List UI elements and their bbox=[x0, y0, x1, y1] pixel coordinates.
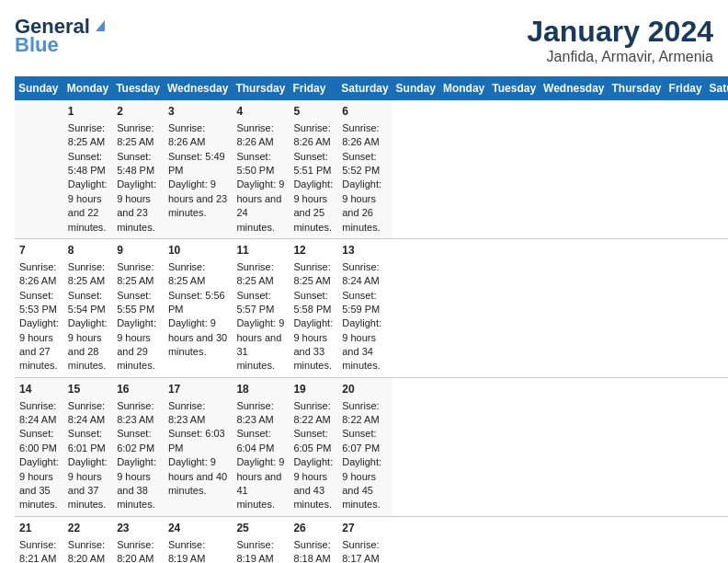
logo-blue-text: Blue bbox=[15, 33, 59, 57]
logo-icon bbox=[92, 17, 108, 33]
day-number: 3 bbox=[168, 104, 227, 120]
sunset-text: Sunset: 6:05 PM bbox=[293, 428, 331, 453]
sunset-text: Sunset: 6:02 PM bbox=[117, 428, 154, 453]
sunrise-text: Sunrise: 8:25 AM bbox=[293, 261, 330, 286]
daylight-text: Daylight: 9 hours and 27 minutes. bbox=[19, 317, 59, 371]
sunrise-text: Sunrise: 8:26 AM bbox=[168, 122, 205, 147]
day-number: 22 bbox=[68, 521, 108, 536]
sunset-text: Sunset: 5:51 PM bbox=[293, 151, 331, 176]
sunrise-text: Sunrise: 8:24 AM bbox=[19, 400, 56, 425]
day-of-week-header: Saturday bbox=[337, 76, 392, 100]
day-of-week-header: Thursday bbox=[609, 76, 665, 100]
daylight-text: Daylight: 9 hours and 31 minutes. bbox=[236, 317, 284, 371]
calendar-cell: 3 Sunrise: 8:26 AM Sunset: 5:49 PM Dayli… bbox=[164, 100, 232, 238]
day-of-week-header: Tuesday bbox=[112, 76, 164, 100]
day-number: 14 bbox=[19, 382, 59, 397]
sunset-text: Sunset: 6:04 PM bbox=[236, 428, 274, 453]
calendar-cell: 22 Sunrise: 8:20 AM Sunset: 6:09 PM Dayl… bbox=[63, 516, 112, 563]
calendar-cell: 6 Sunrise: 8:26 AM Sunset: 5:52 PM Dayli… bbox=[337, 100, 392, 238]
day-number: 6 bbox=[342, 104, 387, 120]
svg-marker-0 bbox=[96, 20, 105, 31]
page-subtitle: Janfida, Armavir, Armenia bbox=[527, 49, 713, 65]
calendar-cell: 23 Sunrise: 8:20 AM Sunset: 6:10 PM Dayl… bbox=[112, 516, 164, 563]
day-number: 4 bbox=[236, 104, 284, 120]
day-number: 10 bbox=[168, 243, 227, 259]
sunrise-text: Sunrise: 8:25 AM bbox=[68, 122, 105, 147]
calendar-cell: 27 Sunrise: 8:17 AM Sunset: 6:15 PM Dayl… bbox=[337, 516, 392, 563]
calendar-cell: 25 Sunrise: 8:19 AM Sunset: 6:12 PM Dayl… bbox=[232, 516, 289, 563]
day-number: 11 bbox=[236, 243, 284, 259]
calendar-week-row: 7 Sunrise: 8:26 AM Sunset: 5:53 PM Dayli… bbox=[15, 238, 728, 377]
calendar-cell: 2 Sunrise: 8:25 AM Sunset: 5:48 PM Dayli… bbox=[112, 100, 164, 238]
sunrise-text: Sunrise: 8:21 AM bbox=[19, 539, 56, 563]
calendar-week-row: 1 Sunrise: 8:25 AM Sunset: 5:48 PM Dayli… bbox=[15, 100, 728, 238]
page-title: January 2024 bbox=[527, 15, 713, 49]
sunrise-text: Sunrise: 8:26 AM bbox=[19, 261, 56, 286]
sunrise-text: Sunrise: 8:26 AM bbox=[342, 122, 379, 147]
day-number: 24 bbox=[168, 521, 227, 536]
day-number: 18 bbox=[236, 382, 284, 397]
daylight-text: Daylight: 9 hours and 28 minutes. bbox=[68, 317, 108, 371]
calendar-cell: 16 Sunrise: 8:23 AM Sunset: 6:02 PM Dayl… bbox=[112, 377, 164, 516]
sunrise-text: Sunrise: 8:19 AM bbox=[236, 539, 273, 563]
sunset-text: Sunset: 5:48 PM bbox=[68, 151, 106, 176]
calendar-cell: 5 Sunrise: 8:26 AM Sunset: 5:51 PM Dayli… bbox=[289, 100, 337, 238]
daylight-text: Daylight: 9 hours and 40 minutes. bbox=[168, 456, 227, 496]
calendar-cell: 26 Sunrise: 8:18 AM Sunset: 6:14 PM Dayl… bbox=[289, 516, 337, 563]
sunset-text: Sunset: 5:55 PM bbox=[117, 290, 154, 315]
calendar-cell: 12 Sunrise: 8:25 AM Sunset: 5:58 PM Dayl… bbox=[289, 238, 337, 377]
title-area: January 2024 Janfida, Armavir, Armenia bbox=[527, 15, 713, 65]
day-number: 2 bbox=[117, 104, 159, 120]
daylight-text: Daylight: 9 hours and 30 minutes. bbox=[168, 317, 227, 357]
calendar-cell: 8 Sunrise: 8:25 AM Sunset: 5:54 PM Dayli… bbox=[63, 238, 112, 377]
day-number: 26 bbox=[293, 521, 333, 536]
sunrise-text: Sunrise: 8:22 AM bbox=[293, 400, 330, 425]
sunset-text: Sunset: 5:52 PM bbox=[342, 151, 380, 176]
sunrise-text: Sunrise: 8:24 AM bbox=[342, 261, 379, 286]
sunrise-text: Sunrise: 8:24 AM bbox=[68, 400, 105, 425]
daylight-text: Daylight: 9 hours and 43 minutes. bbox=[293, 456, 333, 510]
daylight-text: Daylight: 9 hours and 33 minutes. bbox=[293, 317, 333, 371]
day-number: 21 bbox=[19, 521, 59, 536]
calendar-cell: 13 Sunrise: 8:24 AM Sunset: 5:59 PM Dayl… bbox=[337, 238, 392, 377]
day-number: 5 bbox=[293, 104, 333, 120]
calendar-cell: 18 Sunrise: 8:23 AM Sunset: 6:04 PM Dayl… bbox=[232, 377, 289, 516]
sunset-text: Sunset: 6:00 PM bbox=[19, 428, 57, 453]
sunrise-text: Sunrise: 8:19 AM bbox=[168, 539, 205, 563]
calendar-cell: 17 Sunrise: 8:23 AM Sunset: 6:03 PM Dayl… bbox=[164, 377, 232, 516]
day-number: 1 bbox=[68, 104, 108, 120]
sunrise-text: Sunrise: 8:25 AM bbox=[117, 122, 154, 147]
day-number: 19 bbox=[293, 382, 333, 397]
calendar-cell: 1 Sunrise: 8:25 AM Sunset: 5:48 PM Dayli… bbox=[63, 100, 112, 238]
sunrise-text: Sunrise: 8:20 AM bbox=[68, 539, 105, 563]
sunset-text: Sunset: 5:48 PM bbox=[117, 151, 154, 176]
sunrise-text: Sunrise: 8:23 AM bbox=[236, 400, 273, 425]
daylight-text: Daylight: 9 hours and 35 minutes. bbox=[19, 456, 59, 510]
sunset-text: Sunset: 5:49 PM bbox=[168, 151, 225, 176]
day-number: 20 bbox=[342, 382, 387, 397]
sunrise-text: Sunrise: 8:25 AM bbox=[68, 261, 105, 286]
sunrise-text: Sunrise: 8:25 AM bbox=[117, 261, 154, 286]
daylight-text: Daylight: 9 hours and 22 minutes. bbox=[68, 178, 108, 232]
day-number: 15 bbox=[68, 382, 108, 397]
day-number: 17 bbox=[168, 382, 227, 397]
sunrise-text: Sunrise: 8:23 AM bbox=[168, 400, 205, 425]
day-number: 27 bbox=[342, 521, 387, 536]
sunset-text: Sunset: 5:58 PM bbox=[293, 290, 331, 315]
day-number: 23 bbox=[117, 521, 159, 536]
day-of-week-header: Friday bbox=[289, 76, 337, 100]
calendar-cell: 4 Sunrise: 8:26 AM Sunset: 5:50 PM Dayli… bbox=[232, 100, 289, 238]
calendar-cell: 10 Sunrise: 8:25 AM Sunset: 5:56 PM Dayl… bbox=[164, 238, 232, 377]
sunrise-text: Sunrise: 8:23 AM bbox=[117, 400, 154, 425]
day-number: 9 bbox=[117, 243, 159, 259]
calendar-table: SundayMondayTuesdayWednesdayThursdayFrid… bbox=[15, 76, 728, 563]
day-number: 25 bbox=[236, 521, 284, 536]
sunset-text: Sunset: 5:50 PM bbox=[236, 151, 274, 176]
daylight-text: Daylight: 9 hours and 26 minutes. bbox=[342, 178, 381, 232]
sunrise-text: Sunrise: 8:20 AM bbox=[117, 539, 154, 563]
calendar-cell: 20 Sunrise: 8:22 AM Sunset: 6:07 PM Dayl… bbox=[337, 377, 392, 516]
sunrise-text: Sunrise: 8:26 AM bbox=[236, 122, 273, 147]
calendar-cell bbox=[15, 100, 63, 238]
sunset-text: Sunset: 5:53 PM bbox=[19, 290, 57, 315]
sunset-text: Sunset: 5:56 PM bbox=[168, 290, 225, 315]
